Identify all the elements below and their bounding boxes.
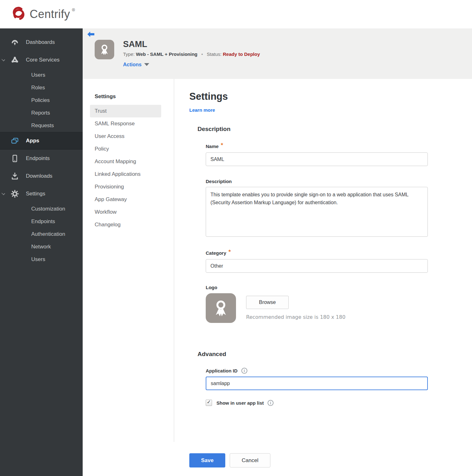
subnav-item-provisioning[interactable]: Provisioning xyxy=(90,181,161,193)
centrify-logo-icon xyxy=(9,5,27,23)
settings-children: Customization Endpoints Authentication N… xyxy=(0,203,83,266)
brand-name: Centrify xyxy=(30,8,70,21)
app-type-status: Type: Web - SAML + Provisioning • Status… xyxy=(123,51,260,57)
status-label: Status: xyxy=(207,51,221,57)
advanced-section-heading: Advanced xyxy=(198,351,428,358)
required-asterisk: * xyxy=(228,248,231,255)
sidebar-item-customization[interactable]: Customization xyxy=(0,203,83,215)
application-id-field[interactable] xyxy=(206,377,428,390)
category-label: Category * xyxy=(206,249,428,256)
category-field[interactable] xyxy=(206,259,428,273)
sidebar: Dashboards Core Services Users Roles Pol… xyxy=(0,28,83,476)
subnav-item-saml-response[interactable]: SAML Response xyxy=(90,117,161,130)
sidebar-item-dashboards[interactable]: Dashboards xyxy=(0,33,83,51)
description-label: Description xyxy=(206,179,428,184)
subnav-item-changelog[interactable]: Changelog xyxy=(90,218,161,231)
status-value: Ready to Deploy xyxy=(223,51,260,57)
actions-menu[interactable]: Actions xyxy=(123,62,260,68)
learn-more-link[interactable]: Learn more xyxy=(189,107,215,113)
apps-icon xyxy=(11,137,19,145)
chevron-down-icon[interactable] xyxy=(2,192,5,195)
back-arrow-icon[interactable] xyxy=(87,31,95,38)
core-services-children: Users Roles Policies Reports Requests xyxy=(0,69,83,132)
application-id-label: Application ID i xyxy=(206,368,428,374)
download-icon xyxy=(11,172,19,180)
name-field[interactable] xyxy=(206,152,428,166)
subnav-item-policy[interactable]: Policy xyxy=(90,143,161,155)
chevron-down-icon[interactable] xyxy=(2,58,5,61)
sidebar-item-label: Dashboards xyxy=(26,39,55,45)
subnav-item-account-mapping[interactable]: Account Mapping xyxy=(90,155,161,168)
show-in-app-list-label: Show in user app list xyxy=(216,400,264,406)
show-in-app-list-checkbox[interactable]: ✓ xyxy=(206,400,212,406)
subnav-item-trust[interactable]: Trust xyxy=(90,105,161,117)
subnav-item-linked-applications[interactable]: Linked Applications xyxy=(90,168,161,181)
gauge-icon xyxy=(11,38,19,46)
sidebar-item-network[interactable]: Network xyxy=(0,241,83,253)
sidebar-item-endpoints[interactable]: Endpoints xyxy=(0,150,83,167)
sidebar-item-authentication[interactable]: Authentication xyxy=(0,228,83,241)
subnav-heading: Settings xyxy=(95,93,174,100)
sidebar-item-label: Endpoints xyxy=(26,155,50,162)
sidebar-item-users-settings[interactable]: Users xyxy=(0,253,83,266)
dot-separator: • xyxy=(201,51,203,57)
sidebar-item-reports[interactable]: Reports xyxy=(0,107,83,119)
logo-label: Logo xyxy=(206,285,428,290)
core-services-icon xyxy=(11,56,19,64)
sidebar-item-label: Downloads xyxy=(26,173,52,179)
sidebar-item-roles[interactable]: Roles xyxy=(0,81,83,94)
info-icon[interactable]: i xyxy=(268,400,274,406)
sidebar-item-label: Apps xyxy=(26,138,39,144)
app-header: SAML Type: Web - SAML + Provisioning • S… xyxy=(83,28,472,79)
settings-subnav: Settings Trust SAML Response User Access… xyxy=(83,79,174,442)
cancel-button[interactable]: Cancel xyxy=(230,453,270,467)
sidebar-item-core-services[interactable]: Core Services xyxy=(0,51,83,69)
subnav-item-workflow[interactable]: Workflow xyxy=(90,206,161,218)
sidebar-item-apps[interactable]: Apps xyxy=(0,132,83,150)
type-value: Web - SAML + Provisioning xyxy=(136,51,198,57)
description-section-heading: Description xyxy=(198,126,428,133)
page-title: Settings xyxy=(189,91,428,102)
sidebar-item-downloads[interactable]: Downloads xyxy=(0,167,83,185)
top-bar: Centrify ® xyxy=(0,0,472,28)
settings-panel: Settings Learn more Description Name * xyxy=(174,79,428,476)
sidebar-item-requests[interactable]: Requests xyxy=(0,119,83,132)
required-asterisk: * xyxy=(221,142,223,149)
sidebar-item-settings[interactable]: Settings xyxy=(0,185,83,203)
subnav-item-user-access[interactable]: User Access xyxy=(90,130,161,143)
logo-size-hint: Recommended image size is 180 x 180 xyxy=(246,314,345,320)
browse-button[interactable]: Browse xyxy=(246,296,289,309)
checkmark-icon: ✓ xyxy=(207,400,211,405)
device-icon xyxy=(11,154,19,163)
registered-mark: ® xyxy=(72,8,75,12)
name-label: Name * xyxy=(206,143,428,150)
save-button[interactable]: Save xyxy=(189,453,225,467)
actions-label: Actions xyxy=(123,62,142,68)
sidebar-item-users[interactable]: Users xyxy=(0,69,83,81)
type-label: Type: xyxy=(123,51,135,57)
description-field[interactable]: This template enables you to provide sin… xyxy=(206,187,428,237)
info-icon[interactable]: i xyxy=(241,368,247,374)
brand: Centrify ® xyxy=(9,5,75,23)
sidebar-item-endpoints-settings[interactable]: Endpoints xyxy=(0,215,83,228)
caret-down-icon xyxy=(144,63,149,66)
sidebar-item-label: Settings xyxy=(26,191,45,197)
app-logo-preview xyxy=(206,293,236,323)
app-title: SAML xyxy=(123,40,260,49)
gear-icon xyxy=(11,190,19,198)
subnav-item-app-gateway[interactable]: App Gateway xyxy=(90,193,161,206)
sidebar-item-policies[interactable]: Policies xyxy=(0,94,83,107)
app-logo-icon xyxy=(95,40,114,59)
sidebar-item-label: Core Services xyxy=(26,57,60,63)
